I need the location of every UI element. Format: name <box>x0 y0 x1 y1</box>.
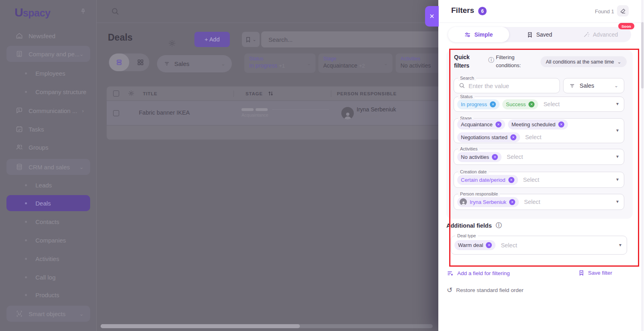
sidebar-item-crm-and-sales[interactable]: CRM and sales ⌄ <box>6 159 90 175</box>
remove-chip-icon[interactable]: × <box>509 199 515 205</box>
sidebar-item-products[interactable]: Products <box>6 287 90 303</box>
clear-filters-button[interactable] <box>617 5 629 16</box>
scrollbar-thumb[interactable] <box>641 22 644 88</box>
col-header-stage[interactable]: STAGE <box>246 91 263 96</box>
sidebar-item-leads[interactable]: Leads <box>6 177 90 193</box>
sidebar-item-call-log[interactable]: Call log <box>6 269 90 285</box>
select-placeholder: Select <box>507 154 523 160</box>
sidebar-item-groups[interactable]: Groups <box>6 139 90 155</box>
sidebar-item-deals[interactable]: Deals <box>6 195 90 211</box>
chip-meeting-scheduled[interactable]: Meeting scheduled× <box>508 119 568 130</box>
remove-chip-icon[interactable]: × <box>558 121 564 127</box>
filters-panel: Filters 6 Found 1 Simple Saved Advanced … <box>438 0 644 331</box>
chip-no-activities[interactable]: No activities× <box>457 152 502 162</box>
dropdown-arrow-icon[interactable]: ▾ <box>619 242 621 248</box>
chip-certain-date-period[interactable]: Certain date/period× <box>457 175 518 185</box>
sidebar-item-companies[interactable]: Companies <box>6 232 90 248</box>
list-view-button[interactable] <box>109 53 129 71</box>
newsfeed-icon <box>15 32 23 40</box>
select-placeholder: Select <box>523 177 539 183</box>
app-root: U spacy Newsfeed Company and pe... ⌄ Emp… <box>0 0 644 331</box>
sidebar-item-company-structure[interactable]: Company structure <box>6 84 90 100</box>
panel-scrollbar[interactable] <box>641 0 644 331</box>
chip-warm-deal[interactable]: Warm deal× <box>454 240 495 250</box>
chevron-down-icon: ⌄ <box>221 61 225 67</box>
scrollbar-thumb[interactable] <box>101 324 300 328</box>
chip-in-progress[interactable]: In progress× <box>457 99 500 109</box>
pipeline-value: Sales <box>174 60 190 67</box>
global-search-icon[interactable] <box>111 7 120 16</box>
table-settings-gear-icon[interactable] <box>128 90 134 97</box>
chip-iryna-serbeniuk[interactable]: Iryna Serbeniuk× <box>457 197 519 207</box>
pin-sidebar-icon[interactable] <box>80 8 87 15</box>
tab-saved[interactable]: Saved <box>509 27 570 42</box>
chip-acquaintance[interactable]: Acquaintance× <box>457 119 505 130</box>
remove-chip-icon[interactable]: × <box>495 121 502 127</box>
grid-view-icon <box>137 59 144 66</box>
select-placeholder: Select <box>501 242 517 249</box>
bookmark-icon <box>578 270 584 276</box>
remove-chip-icon[interactable]: × <box>492 154 498 160</box>
close-filters-button[interactable]: × <box>425 6 439 27</box>
company-people-icon <box>15 50 23 58</box>
avatar <box>460 198 467 206</box>
sidebar-item-smart-objects[interactable]: Smart objects ⌄ <box>6 306 90 322</box>
restore-field-order-button[interactable]: ↺ Restore standard field order <box>447 287 524 293</box>
sidebar-item-tasks[interactable]: Tasks <box>6 121 90 137</box>
tab-simple[interactable]: Simple <box>448 27 509 42</box>
person-role: Translator <box>357 114 379 119</box>
sidebar-item-contacts[interactable]: Contacts <box>6 214 90 230</box>
close-icon: × <box>429 12 434 21</box>
remove-chip-icon[interactable]: × <box>486 242 492 248</box>
chip-negotiations-started[interactable]: Negotiations started× <box>457 132 520 142</box>
horizontal-scrollbar[interactable] <box>101 324 433 328</box>
chevron-right-icon: › <box>82 108 84 114</box>
remove-chip-icon[interactable]: × <box>528 101 535 107</box>
add-field-for-filtering-button[interactable]: Add a field for filtering <box>447 270 510 277</box>
remove-chip-icon[interactable]: × <box>510 134 516 140</box>
select-all-checkbox[interactable] <box>113 90 119 97</box>
sidebar-item-employees[interactable]: Employees <box>6 65 90 81</box>
sidebar: U spacy Newsfeed Company and pe... ⌄ Emp… <box>0 0 97 331</box>
chevron-down-icon: ⌄ <box>79 311 84 317</box>
col-header-title[interactable]: TITLE <box>143 91 157 96</box>
remove-chip-icon[interactable]: × <box>508 177 514 183</box>
person-responsible-filter-field[interactable]: Person responsible Iryna Serbeniuk× Sele… <box>454 194 624 210</box>
filter-chip-stage[interactable]: Stage Acquaintance +2 ⌄ <box>318 53 392 73</box>
filter-chip-status[interactable]: Status In progress +1 ⌄ <box>244 53 316 73</box>
dropdown-arrow-icon[interactable]: ▾ <box>616 101 619 107</box>
stage-filter-field[interactable]: Stage Acquaintance× Meeting scheduled× N… <box>454 118 624 143</box>
sidebar-item-company-and-people[interactable]: Company and pe... ⌄ <box>6 46 90 62</box>
sort-icon[interactable] <box>268 90 274 97</box>
dropdown-arrow-icon[interactable]: ▾ <box>616 127 619 133</box>
dropdown-arrow-icon[interactable]: ▾ <box>616 154 619 159</box>
sidebar-item-communication[interactable]: Communication ... › <box>6 103 90 119</box>
quick-search-field[interactable]: Search Enter the value <box>454 78 560 93</box>
creation-date-filter-field[interactable]: Creation date Certain date/period× Selec… <box>454 172 624 188</box>
sidebar-item-activities[interactable]: Activities <box>6 251 90 267</box>
page-title: Deals <box>108 32 132 43</box>
dropdown-arrow-icon[interactable]: ▾ <box>616 199 619 204</box>
pipeline-select[interactable]: Sales ⌄ <box>157 55 232 72</box>
remove-chip-icon[interactable]: × <box>490 101 496 107</box>
communication-icon <box>15 107 23 115</box>
deal-type-filter-field[interactable]: Deal type Warm deal× Select ▾ <box>451 236 627 255</box>
chevron-down-icon: ⌄ <box>307 60 311 66</box>
status-filter-field[interactable]: Status In progress× Success× Select ▾ <box>454 97 624 112</box>
row-checkbox[interactable] <box>113 110 119 116</box>
kanban-view-button[interactable] <box>137 59 144 66</box>
quick-pipeline-select[interactable]: Sales ⌄ <box>563 78 624 93</box>
activities-filter-field[interactable]: Activities No activities× Select ▾ <box>454 149 624 165</box>
chevron-down-icon: ⌄ <box>617 59 621 65</box>
info-icon: ⓘ <box>488 56 494 64</box>
add-deal-button[interactable]: + Add <box>194 32 230 47</box>
col-header-person-responsible[interactable]: PERSON RESPONSIBLE <box>337 91 397 96</box>
sidebar-item-newsfeed[interactable]: Newsfeed <box>6 28 90 44</box>
chip-success[interactable]: Success× <box>502 99 538 109</box>
uspacy-logo[interactable]: U spacy <box>14 6 50 19</box>
conditions-select[interactable]: All conditions at the same time ⌄ <box>541 56 627 67</box>
dropdown-arrow-icon[interactable]: ▾ <box>616 177 619 182</box>
deals-settings-gear-icon[interactable] <box>168 39 176 47</box>
save-filter-button[interactable]: Save filter <box>578 270 612 276</box>
saved-filters-bookmark-button[interactable]: ⌄ <box>242 32 260 47</box>
